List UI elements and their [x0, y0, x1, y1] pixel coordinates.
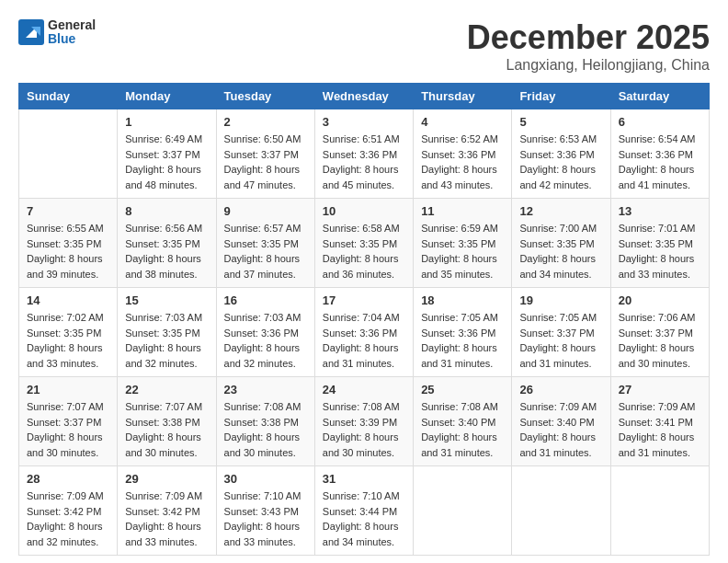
- calendar-cell: 16Sunrise: 7:03 AM Sunset: 3:36 PM Dayli…: [216, 288, 314, 377]
- calendar-week-4: 28Sunrise: 7:09 AM Sunset: 3:42 PM Dayli…: [19, 466, 710, 556]
- day-info: Sunrise: 7:07 AM Sunset: 3:37 PM Dayligh…: [27, 399, 109, 460]
- day-number: 8: [125, 204, 208, 218]
- calendar-cell: [19, 109, 118, 199]
- day-info: Sunrise: 6:50 AM Sunset: 3:37 PM Dayligh…: [224, 132, 307, 192]
- calendar-cell: 2Sunrise: 6:50 AM Sunset: 3:37 PM Daylig…: [216, 109, 314, 199]
- location-title: Langxiang, Heilongjiang, China: [467, 57, 710, 74]
- day-number: 23: [224, 383, 307, 396]
- calendar-cell: 13Sunrise: 7:01 AM Sunset: 3:35 PM Dayli…: [610, 199, 709, 288]
- calendar-cell: 17Sunrise: 7:04 AM Sunset: 3:36 PM Dayli…: [314, 288, 413, 377]
- weekday-header-monday: Monday: [118, 84, 216, 109]
- day-number: 22: [125, 383, 208, 396]
- day-number: 25: [421, 383, 504, 396]
- day-info: Sunrise: 7:09 AM Sunset: 3:40 PM Dayligh…: [519, 399, 602, 460]
- day-number: 31: [323, 472, 405, 486]
- day-number: 3: [323, 115, 405, 129]
- day-info: Sunrise: 7:09 AM Sunset: 3:42 PM Dayligh…: [125, 488, 208, 549]
- day-number: 9: [224, 204, 307, 218]
- day-info: Sunrise: 7:08 AM Sunset: 3:39 PM Dayligh…: [323, 399, 405, 460]
- calendar-week-2: 14Sunrise: 7:02 AM Sunset: 3:35 PM Dayli…: [19, 288, 710, 377]
- day-info: Sunrise: 7:02 AM Sunset: 3:35 PM Dayligh…: [27, 310, 109, 371]
- day-info: Sunrise: 6:49 AM Sunset: 3:37 PM Dayligh…: [125, 132, 208, 192]
- day-number: 14: [27, 293, 109, 307]
- month-title: December 2025: [467, 18, 710, 57]
- day-number: 11: [421, 204, 504, 218]
- day-number: 6: [619, 115, 701, 129]
- day-number: 27: [619, 383, 701, 396]
- calendar-cell: 31Sunrise: 7:10 AM Sunset: 3:44 PM Dayli…: [314, 466, 413, 556]
- day-info: Sunrise: 7:09 AM Sunset: 3:42 PM Dayligh…: [27, 488, 109, 549]
- logo-icon: [18, 19, 44, 45]
- day-info: Sunrise: 7:03 AM Sunset: 3:36 PM Dayligh…: [224, 310, 307, 371]
- calendar-cell: 7Sunrise: 6:55 AM Sunset: 3:35 PM Daylig…: [19, 199, 118, 288]
- day-info: Sunrise: 7:03 AM Sunset: 3:35 PM Dayligh…: [125, 310, 208, 371]
- day-number: 2: [224, 115, 307, 129]
- calendar-cell: 5Sunrise: 6:53 AM Sunset: 3:36 PM Daylig…: [512, 109, 610, 199]
- day-info: Sunrise: 7:05 AM Sunset: 3:37 PM Dayligh…: [519, 310, 602, 371]
- weekday-header-saturday: Saturday: [610, 84, 709, 109]
- calendar-cell: 22Sunrise: 7:07 AM Sunset: 3:38 PM Dayli…: [118, 377, 216, 466]
- calendar-cell: 29Sunrise: 7:09 AM Sunset: 3:42 PM Dayli…: [118, 466, 216, 556]
- day-number: 26: [519, 383, 602, 396]
- day-info: Sunrise: 6:57 AM Sunset: 3:35 PM Dayligh…: [224, 221, 307, 282]
- calendar-cell: 6Sunrise: 6:54 AM Sunset: 3:36 PM Daylig…: [610, 109, 709, 199]
- day-number: 13: [619, 204, 701, 218]
- day-number: 7: [27, 204, 109, 218]
- calendar-cell: 3Sunrise: 6:51 AM Sunset: 3:36 PM Daylig…: [314, 109, 413, 199]
- calendar-cell: 12Sunrise: 7:00 AM Sunset: 3:35 PM Dayli…: [512, 199, 610, 288]
- calendar-cell: 11Sunrise: 6:59 AM Sunset: 3:35 PM Dayli…: [414, 199, 512, 288]
- day-number: 10: [323, 204, 405, 218]
- day-number: 12: [519, 204, 602, 218]
- calendar-cell: 30Sunrise: 7:10 AM Sunset: 3:43 PM Dayli…: [216, 466, 314, 556]
- day-info: Sunrise: 6:58 AM Sunset: 3:35 PM Dayligh…: [323, 221, 405, 282]
- calendar-cell: [414, 466, 512, 556]
- day-info: Sunrise: 7:09 AM Sunset: 3:41 PM Dayligh…: [619, 399, 701, 460]
- day-number: 4: [421, 115, 504, 129]
- day-info: Sunrise: 7:08 AM Sunset: 3:38 PM Dayligh…: [224, 399, 307, 460]
- day-info: Sunrise: 7:00 AM Sunset: 3:35 PM Dayligh…: [519, 221, 602, 282]
- calendar-cell: 19Sunrise: 7:05 AM Sunset: 3:37 PM Dayli…: [512, 288, 610, 377]
- weekday-header-tuesday: Tuesday: [216, 84, 314, 109]
- day-number: 28: [27, 472, 109, 486]
- day-info: Sunrise: 7:06 AM Sunset: 3:37 PM Dayligh…: [619, 310, 701, 371]
- day-number: 17: [323, 293, 405, 307]
- day-info: Sunrise: 6:51 AM Sunset: 3:36 PM Dayligh…: [323, 132, 405, 192]
- weekday-header-thursday: Thursday: [414, 84, 512, 109]
- calendar-cell: 28Sunrise: 7:09 AM Sunset: 3:42 PM Dayli…: [19, 466, 118, 556]
- calendar-cell: 15Sunrise: 7:03 AM Sunset: 3:35 PM Dayli…: [118, 288, 216, 377]
- day-info: Sunrise: 7:04 AM Sunset: 3:36 PM Dayligh…: [323, 310, 405, 371]
- day-number: 18: [421, 293, 504, 307]
- day-info: Sunrise: 6:56 AM Sunset: 3:35 PM Dayligh…: [125, 221, 208, 282]
- day-number: 24: [323, 383, 405, 396]
- weekday-header-sunday: Sunday: [19, 84, 118, 109]
- day-number: 16: [224, 293, 307, 307]
- calendar-cell: [512, 466, 610, 556]
- calendar-cell: 23Sunrise: 7:08 AM Sunset: 3:38 PM Dayli…: [216, 377, 314, 466]
- day-info: Sunrise: 6:59 AM Sunset: 3:35 PM Dayligh…: [421, 221, 504, 282]
- logo-general-text: General: [48, 18, 96, 32]
- day-number: 15: [125, 293, 208, 307]
- day-number: 19: [519, 293, 602, 307]
- day-info: Sunrise: 7:08 AM Sunset: 3:40 PM Dayligh…: [421, 399, 504, 460]
- calendar-table: SundayMondayTuesdayWednesdayThursdayFrid…: [18, 83, 710, 556]
- calendar-cell: 10Sunrise: 6:58 AM Sunset: 3:35 PM Dayli…: [314, 199, 413, 288]
- calendar-cell: 14Sunrise: 7:02 AM Sunset: 3:35 PM Dayli…: [19, 288, 118, 377]
- weekday-header-friday: Friday: [512, 84, 610, 109]
- day-info: Sunrise: 6:52 AM Sunset: 3:36 PM Dayligh…: [421, 132, 504, 192]
- calendar-cell: 9Sunrise: 6:57 AM Sunset: 3:35 PM Daylig…: [216, 199, 314, 288]
- day-info: Sunrise: 7:10 AM Sunset: 3:43 PM Dayligh…: [224, 488, 307, 549]
- title-section: December 2025 Langxiang, Heilongjiang, C…: [467, 18, 710, 74]
- calendar-cell: 20Sunrise: 7:06 AM Sunset: 3:37 PM Dayli…: [610, 288, 709, 377]
- calendar-cell: 18Sunrise: 7:05 AM Sunset: 3:36 PM Dayli…: [414, 288, 512, 377]
- calendar-cell: 25Sunrise: 7:08 AM Sunset: 3:40 PM Dayli…: [414, 377, 512, 466]
- calendar-cell: [610, 466, 709, 556]
- day-info: Sunrise: 7:05 AM Sunset: 3:36 PM Dayligh…: [421, 310, 504, 371]
- calendar-cell: 27Sunrise: 7:09 AM Sunset: 3:41 PM Dayli…: [610, 377, 709, 466]
- weekday-header-wednesday: Wednesday: [314, 84, 413, 109]
- calendar-cell: 24Sunrise: 7:08 AM Sunset: 3:39 PM Dayli…: [314, 377, 413, 466]
- calendar-cell: 8Sunrise: 6:56 AM Sunset: 3:35 PM Daylig…: [118, 199, 216, 288]
- day-info: Sunrise: 7:07 AM Sunset: 3:38 PM Dayligh…: [125, 399, 208, 460]
- calendar-week-0: 1Sunrise: 6:49 AM Sunset: 3:37 PM Daylig…: [19, 109, 710, 199]
- day-number: 20: [619, 293, 701, 307]
- day-info: Sunrise: 7:01 AM Sunset: 3:35 PM Dayligh…: [619, 221, 701, 282]
